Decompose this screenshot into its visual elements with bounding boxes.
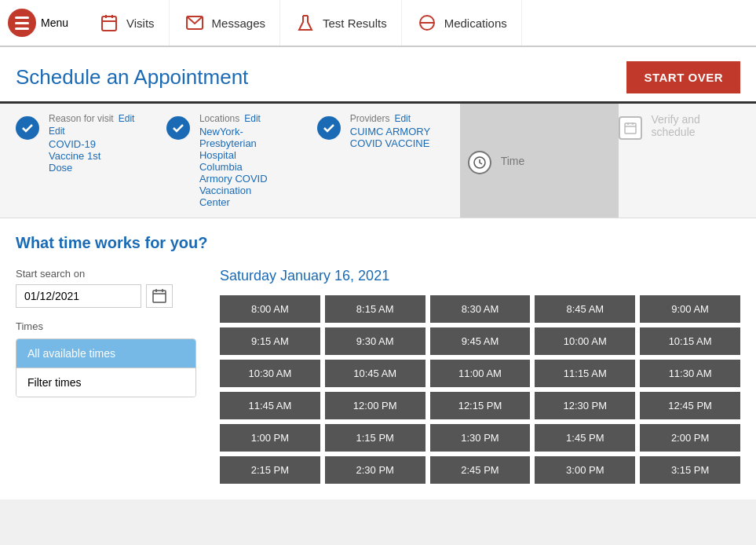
- top-navigation: Menu Visits Messages Test Result: [0, 0, 756, 47]
- step-reason-value: COVID-19Vaccine 1stDose: [49, 138, 134, 174]
- step-time-label: Time: [501, 155, 525, 167]
- time-slot[interactable]: 9:45 AM: [430, 327, 531, 355]
- menu-label: Menu: [41, 16, 68, 29]
- step-providers-content: Providers Edit CUIMC ARMORYCOVID VACCINE: [350, 113, 430, 149]
- main-content: What time works for you? Start search on: [0, 218, 756, 499]
- page-title: Schedule an Appointment: [16, 65, 248, 90]
- step-locations-content: Locations Edit NewYork-PresbyterianHospi…: [199, 113, 268, 208]
- step-locations-edit[interactable]: Edit: [244, 113, 261, 124]
- all-available-times-option[interactable]: All available times: [16, 339, 195, 368]
- start-search-label: Start search on: [16, 268, 196, 280]
- time-slot[interactable]: 10:45 AM: [325, 360, 425, 387]
- time-slot[interactable]: 12:45 PM: [640, 392, 740, 419]
- section-title: What time works for you?: [16, 234, 740, 252]
- date-heading: Saturday January 16, 2021: [220, 268, 740, 284]
- date-input-row: [16, 284, 196, 308]
- times-options: All available times Filter times: [16, 338, 196, 397]
- time-slot[interactable]: 1:45 PM: [535, 424, 635, 452]
- step-reason-check: [16, 116, 39, 140]
- step-verify-calendar: [619, 116, 642, 140]
- envelope-icon: [184, 12, 206, 34]
- medications-label: Medications: [444, 16, 507, 30]
- date-input[interactable]: [16, 284, 141, 308]
- time-slot[interactable]: 10:00 AM: [535, 327, 635, 355]
- nav-test-results[interactable]: Test Results: [280, 0, 402, 46]
- step-verify-content: Verify andschedule: [652, 113, 700, 138]
- step-locations: Locations Edit NewYork-PresbyterianHospi…: [166, 113, 317, 208]
- time-slot[interactable]: 9:15 AM: [220, 327, 320, 355]
- time-slot[interactable]: 12:00 PM: [325, 392, 425, 419]
- test-results-label: Test Results: [323, 16, 387, 30]
- step-verify: Verify andschedule: [619, 113, 741, 208]
- step-time: Time: [460, 104, 619, 218]
- time-slot[interactable]: 11:15 AM: [535, 360, 635, 387]
- step-providers-edit[interactable]: Edit: [394, 113, 411, 124]
- step-verify-label: Verify andschedule: [652, 113, 700, 138]
- step-reason: Reason for visit Edit Edit COVID-19Vacci…: [16, 113, 166, 208]
- page-header: Schedule an Appointment START OVER: [0, 47, 756, 101]
- time-slot[interactable]: 12:15 PM: [430, 392, 531, 419]
- time-slot[interactable]: 1:30 PM: [430, 424, 531, 452]
- time-slot[interactable]: 11:00 AM: [430, 360, 531, 387]
- time-slot[interactable]: 3:00 PM: [535, 456, 635, 484]
- start-over-button[interactable]: START OVER: [626, 61, 740, 93]
- visits-label: Visits: [126, 16, 155, 30]
- step-time-content: Time: [501, 155, 525, 167]
- svg-rect-8: [625, 123, 636, 134]
- time-slot[interactable]: 8:30 AM: [430, 295, 531, 323]
- nav-messages[interactable]: Messages: [170, 0, 280, 46]
- time-slot[interactable]: 12:30 PM: [535, 392, 635, 419]
- step-providers-title: Providers: [350, 113, 390, 124]
- page-container: Schedule an Appointment START OVER Reaso…: [0, 47, 756, 499]
- calendar-picker-icon: [152, 288, 167, 304]
- step-reason-edit[interactable]: Edit: [119, 113, 135, 124]
- svg-rect-0: [102, 16, 116, 31]
- time-slot[interactable]: 10:15 AM: [640, 327, 740, 355]
- two-column-layout: Start search on Times All available: [16, 268, 740, 484]
- calendar-icon: [98, 12, 120, 34]
- hamburger-icon: [8, 9, 36, 37]
- step-reason-content: Reason for visit Edit Edit COVID-19Vacci…: [49, 113, 134, 174]
- step-providers: Providers Edit CUIMC ARMORYCOVID VACCINE: [317, 113, 468, 208]
- time-slot[interactable]: 11:45 AM: [220, 392, 320, 419]
- filter-times-option[interactable]: Filter times: [16, 368, 195, 397]
- time-slot[interactable]: 1:00 PM: [220, 424, 320, 452]
- messages-label: Messages: [212, 16, 265, 30]
- times-label: Times: [16, 320, 196, 332]
- menu-button[interactable]: Menu: [8, 9, 68, 37]
- step-providers-value: CUIMC ARMORYCOVID VACCINE: [350, 126, 430, 149]
- step-locations-check: [166, 116, 190, 140]
- time-slot[interactable]: 10:30 AM: [220, 360, 320, 387]
- time-slot[interactable]: 2:45 PM: [430, 456, 531, 484]
- steps-bar: Reason for visit Edit Edit COVID-19Vacci…: [0, 101, 756, 218]
- time-slot[interactable]: 3:15 PM: [640, 456, 740, 484]
- nav-visits[interactable]: Visits: [84, 0, 170, 46]
- time-slot[interactable]: 2:30 PM: [325, 456, 425, 484]
- time-slot[interactable]: 2:15 PM: [220, 456, 320, 484]
- step-time-clock: [468, 151, 491, 174]
- time-slot[interactable]: 8:00 AM: [220, 295, 320, 323]
- step-locations-title: Locations: [199, 113, 239, 124]
- svg-rect-12: [153, 291, 166, 302]
- time-slot[interactable]: 8:45 AM: [535, 295, 635, 323]
- right-panel: Saturday January 16, 2021 8:00 AM8:15 AM…: [220, 268, 740, 484]
- nav-medications[interactable]: Medications: [402, 0, 522, 46]
- flask-icon: [294, 12, 316, 34]
- time-slot[interactable]: 9:00 AM: [640, 295, 740, 323]
- step-reason-edit2[interactable]: Edit: [49, 126, 134, 137]
- step-locations-value: NewYork-PresbyterianHospitalColumbiaArmo…: [199, 126, 268, 208]
- time-slot[interactable]: 9:30 AM: [325, 327, 425, 355]
- calendar-picker-button[interactable]: [146, 284, 173, 308]
- time-grid: 8:00 AM8:15 AM8:30 AM8:45 AM9:00 AM9:15 …: [220, 295, 740, 484]
- step-reason-title: Reason for visit: [49, 113, 114, 124]
- left-panel: Start search on Times All available: [16, 268, 196, 397]
- time-slot[interactable]: 8:15 AM: [325, 295, 425, 323]
- pill-icon: [416, 12, 438, 34]
- time-slot[interactable]: 2:00 PM: [640, 424, 740, 452]
- time-slot[interactable]: 11:30 AM: [640, 360, 740, 387]
- step-providers-check: [317, 116, 341, 140]
- time-slot[interactable]: 1:15 PM: [325, 424, 425, 452]
